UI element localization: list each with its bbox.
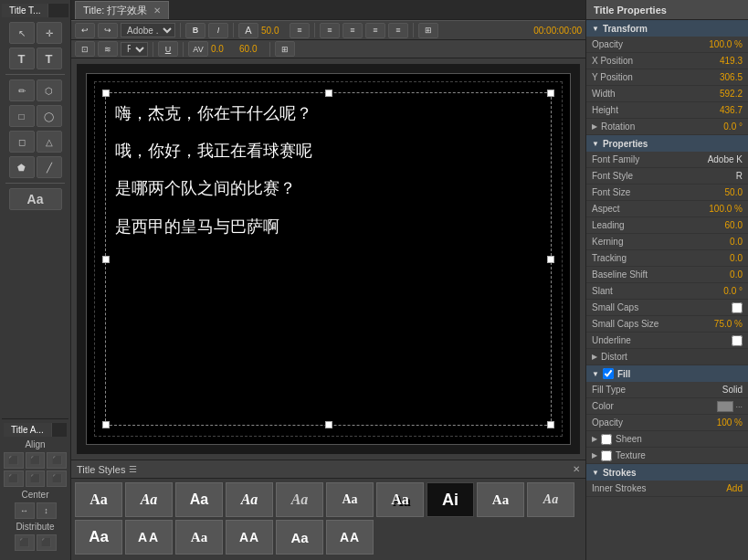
font-family-value[interactable]: Adobe K [708, 154, 743, 164]
handle-bl[interactable] [102, 421, 110, 428]
fill-checkbox[interactable] [603, 368, 614, 379]
fill-type-value[interactable]: Solid [722, 385, 743, 395]
align-right[interactable]: ⬛ [47, 452, 67, 469]
dist-v[interactable]: ⬛ [37, 534, 57, 551]
sheen-checkbox[interactable] [601, 434, 612, 445]
handle-tm[interactable] [325, 90, 332, 97]
style-r2-5[interactable]: Aa [175, 520, 223, 555]
center-v[interactable]: ↕ [37, 502, 57, 519]
panel-tabs[interactable]: Title T... [2, 4, 68, 17]
style-r2-8[interactable]: AA [326, 520, 374, 555]
width-value[interactable]: 592.2 [697, 89, 743, 99]
style-r2-6[interactable]: AA [226, 520, 273, 555]
style-script[interactable]: Aa [226, 482, 273, 517]
dist-h[interactable]: ⬛ [15, 534, 35, 551]
style-shadow[interactable]: Aa [376, 482, 424, 517]
tool-text[interactable]: T [9, 48, 35, 69]
tab-close[interactable]: ✕ [153, 5, 161, 16]
rotation-triangle[interactable]: ▶ [592, 122, 599, 131]
handle-mr[interactable] [547, 256, 554, 263]
opacity2-value[interactable]: 100 % [697, 417, 743, 428]
fill-header[interactable]: ▼ Fill [586, 365, 748, 382]
tool-shape4[interactable]: △ [37, 131, 62, 153]
tool-move[interactable]: ✛ [37, 22, 62, 44]
tool-anchor[interactable]: ⬡ [37, 79, 62, 101]
underline-btn[interactable]: U [158, 41, 178, 57]
color-swatch-container[interactable]: ··· [713, 401, 743, 412]
tool-pen[interactable]: ✏ [9, 79, 35, 101]
baseline-shift-value[interactable]: 0.0 [697, 269, 743, 280]
leading-value-right[interactable]: 60.0 [697, 220, 743, 230]
title-a-tab[interactable]: Title A... [4, 423, 52, 437]
style-italic[interactable]: Aa [125, 482, 173, 517]
small-caps-size-value[interactable]: 75.0 % [697, 319, 743, 329]
sheen-triangle[interactable]: ▶ [592, 435, 599, 443]
handle-br[interactable] [547, 421, 554, 428]
add-stroke-btn[interactable]: Add [726, 483, 743, 493]
align-top[interactable]: ⬛ [4, 470, 24, 487]
style-r2-3[interactable]: Aa [75, 520, 122, 555]
styles-options[interactable]: ☰ [129, 464, 137, 474]
tracking-value[interactable]: 0.0 [697, 253, 743, 263]
aspect-value[interactable]: 100.0 % [697, 204, 743, 214]
rotation-value[interactable]: 0.0 ° [697, 122, 743, 132]
font-size-value-right[interactable]: 50.0 [697, 187, 743, 197]
style-thin[interactable]: Aa [276, 482, 323, 517]
tool-select[interactable]: ↖ [9, 22, 35, 44]
tool-shape1[interactable]: □ [9, 105, 35, 127]
properties-header[interactable]: ▼ Properties [586, 135, 748, 152]
font-family-select[interactable]: Adobe ... [121, 23, 175, 37]
style-r2-7[interactable]: Aa [276, 520, 323, 555]
style-r2-1[interactable]: Aa [477, 482, 524, 517]
distort-triangle[interactable]: ▶ [592, 353, 599, 361]
tool-shape2[interactable]: ◯ [37, 105, 62, 127]
height-value[interactable]: 436.7 [697, 105, 743, 115]
align-center-h[interactable]: ⬛ [26, 452, 46, 469]
align-right-btn[interactable]: ≡ [365, 23, 385, 38]
redo-btn[interactable]: ↪ [98, 23, 118, 38]
style-sans[interactable]: Aa [175, 482, 223, 517]
handle-ml[interactable] [102, 256, 110, 263]
bold-btn[interactable]: B [185, 23, 205, 38]
transform-header[interactable]: ▼ Transform [586, 20, 748, 37]
roll-btn[interactable]: ⊡ [75, 41, 95, 57]
y-position-value[interactable]: 306.5 [697, 72, 743, 82]
kerning-value-right[interactable]: 0.0 [697, 237, 743, 247]
underline-checkbox[interactable] [732, 335, 743, 346]
tool-shape3[interactable]: ◻ [9, 131, 35, 153]
style-r2-4[interactable]: AA [125, 520, 173, 555]
handle-tr[interactable] [547, 90, 554, 97]
undo-btn[interactable]: ↩ [75, 23, 95, 38]
texture-checkbox[interactable] [601, 450, 612, 461]
align-bottom[interactable]: ⬛ [47, 470, 67, 487]
font-style-value[interactable]: R [736, 171, 743, 181]
tab-icon[interactable]: ⊞ [418, 23, 438, 38]
tool-vertical-text[interactable]: T [37, 48, 62, 69]
italic-btn[interactable]: I [208, 23, 228, 38]
align-left-btn[interactable]: ≡ [320, 23, 340, 38]
strokes-header[interactable]: ▼ Strokes [586, 464, 748, 481]
tool-line[interactable]: ╱ [37, 156, 62, 178]
opacity-value[interactable]: 100.0 % [697, 39, 743, 49]
styles-close[interactable]: ✕ [573, 464, 580, 474]
crawl-btn[interactable]: ≋ [98, 41, 118, 57]
editor-canvas[interactable]: 嗨，杰克，你在干什么呢？ 哦，你好，我正在看球赛呢 是哪两个队之间的比赛？ 是西… [77, 64, 580, 454]
slant-value[interactable]: 0.0 ° [697, 286, 743, 296]
style-outlined[interactable]: Aa [326, 482, 374, 517]
style-normal[interactable]: Aa [75, 482, 122, 517]
title-editor-tab[interactable]: Title: 打字效果 ✕ [75, 1, 169, 19]
x-position-value[interactable]: 419.3 [697, 56, 743, 66]
style-r2-2[interactable]: Aa [527, 482, 574, 517]
style-bold-black[interactable]: Ai [427, 482, 474, 517]
handle-tl[interactable] [102, 90, 110, 97]
color-swatch[interactable] [717, 401, 733, 412]
tab2-icon[interactable]: ⊞ [275, 41, 295, 57]
title-tab[interactable]: Title T... [2, 4, 48, 17]
align-center-v[interactable]: ⬛ [26, 470, 46, 487]
font-style-select[interactable]: R [121, 42, 148, 57]
small-caps-checkbox[interactable] [732, 302, 743, 313]
align-justify-btn[interactable]: ≡ [388, 23, 408, 38]
center-h[interactable]: ↔ [15, 502, 35, 519]
tool-shape5[interactable]: ⬟ [9, 156, 35, 178]
tool-aa[interactable]: Aa [9, 188, 62, 210]
